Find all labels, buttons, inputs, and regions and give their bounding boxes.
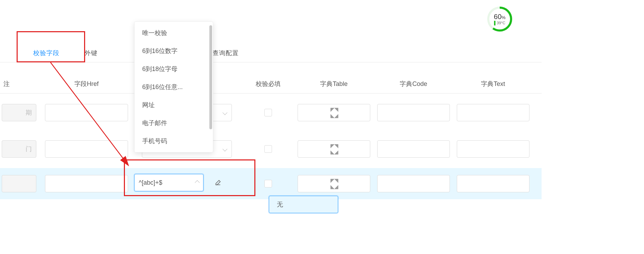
chevron-down-icon <box>223 147 227 151</box>
dict-code-input[interactable] <box>377 140 450 158</box>
dict-table-picker[interactable]: ◤ ◥ ◣ ◢ <box>298 175 370 192</box>
page-root: 60% ▌39°C 校验字段 外键 查询配置 注 字段Href 校验必填 字典T… <box>0 0 644 254</box>
col-dict-table: 字典Table <box>294 80 374 88</box>
tab-validation-fields[interactable]: 校验字段 <box>21 44 72 62</box>
required-checkbox[interactable] <box>264 109 272 116</box>
dict-code-input[interactable] <box>377 175 450 192</box>
remark-input: 期 <box>2 104 36 121</box>
chevron-up-icon <box>196 180 199 185</box>
col-dict-text: 字典Text <box>453 80 533 88</box>
dropdown-scrollbar[interactable] <box>209 25 212 129</box>
required-checkbox[interactable] <box>264 145 272 153</box>
validation-select-open[interactable]: ^[abc]+$ <box>134 174 203 191</box>
dropdown-option[interactable]: 唯一校验 <box>135 24 213 42</box>
remark-input: 门 <box>2 140 36 158</box>
dropdown-option[interactable]: 网址 <box>135 96 213 114</box>
dict-table-picker[interactable]: ◤ ◥ ◣ ◢ <box>298 104 370 121</box>
table-row: 门 ◤ ◥ ◣ ◢ <box>0 132 542 166</box>
dict-text-input[interactable] <box>457 140 529 158</box>
dropdown-option[interactable]: 6到16位任意... <box>135 78 213 96</box>
tabs-bar: 校验字段 外键 查询配置 <box>0 38 542 62</box>
dict-text-input[interactable] <box>457 104 529 121</box>
system-monitor-badge: 60% ▌39°C <box>487 6 513 32</box>
table-row: 期 ◤ ◥ ◣ ◢ <box>0 95 542 130</box>
dropdown-option[interactable]: 6到16位数字 <box>135 42 213 60</box>
expand-icon: ◤ ◥ ◣ ◢ <box>330 177 337 190</box>
col-dict-code: 字典Code <box>374 80 453 88</box>
chevron-down-icon <box>223 110 227 115</box>
edit-regex-icon[interactable] <box>215 178 222 188</box>
dict-code-input[interactable] <box>377 104 450 121</box>
expand-icon: ◤ ◥ ◣ ◢ <box>330 106 337 119</box>
dropdown-option[interactable]: 6到18位字母 <box>135 60 213 78</box>
href-input[interactable] <box>45 175 128 192</box>
col-required: 校验必填 <box>242 80 294 88</box>
validation-dropdown: 无 唯一校验 6到16位数字 6到18位字母 6到16位任意... 网址 电子邮… <box>134 21 213 152</box>
table-row: ◤ ◥ ◣ ◢ <box>0 168 542 199</box>
progress-ring-icon <box>487 6 513 32</box>
remark-input <box>2 175 36 192</box>
required-checkbox[interactable] <box>264 180 272 187</box>
href-input[interactable] <box>45 104 128 121</box>
tab-foreign-key[interactable]: 外键 <box>72 44 110 62</box>
col-href: 字段Href <box>42 80 131 88</box>
table-header: 注 字段Href 校验必填 字典Table 字典Code 字典Text <box>0 75 542 94</box>
expand-icon: ◤ ◥ ◣ ◢ <box>330 143 337 155</box>
col-remark: 注 <box>0 80 42 88</box>
dropdown-option[interactable]: 手机号码 <box>135 132 213 150</box>
href-input[interactable] <box>45 140 128 158</box>
validation-select-value: ^[abc]+$ <box>139 179 162 186</box>
dropdown-option[interactable]: 无 <box>269 196 338 213</box>
dict-table-picker[interactable]: ◤ ◥ ◣ ◢ <box>298 140 370 158</box>
dropdown-option[interactable]: 电子邮件 <box>135 114 213 132</box>
dict-text-input[interactable] <box>457 175 529 192</box>
